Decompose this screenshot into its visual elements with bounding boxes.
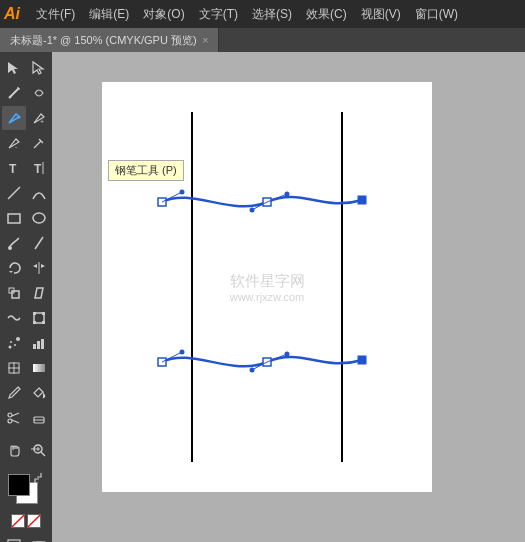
- direct-select-tool-button[interactable]: [27, 56, 51, 80]
- gradient-tool-button[interactable]: [27, 356, 51, 380]
- line-tool-button[interactable]: [2, 181, 26, 205]
- reflect-tool-button[interactable]: [27, 256, 51, 280]
- svg-rect-25: [42, 312, 45, 315]
- svg-marker-19: [41, 264, 45, 268]
- tool-group-shape: [2, 206, 51, 230]
- tool-group-mesh: [2, 356, 51, 380]
- pen-tool-tooltip: 钢笔工具 (P): [108, 160, 184, 181]
- menu-edit[interactable]: 编辑(E): [83, 4, 135, 25]
- svg-line-44: [41, 452, 45, 456]
- color-area: [2, 474, 51, 542]
- svg-marker-22: [35, 288, 43, 298]
- symbol-spray-button[interactable]: [2, 331, 26, 355]
- scale-tool-button[interactable]: [2, 281, 26, 305]
- svg-marker-0: [8, 62, 18, 74]
- mesh-tool-button[interactable]: [2, 356, 26, 380]
- swap-colors-icon[interactable]: [32, 472, 44, 484]
- tool-group-puppet: [2, 306, 51, 330]
- svg-rect-20: [12, 291, 19, 298]
- svg-point-28: [16, 337, 20, 341]
- svg-rect-33: [37, 341, 40, 349]
- menu-effect[interactable]: 效果(C): [300, 4, 353, 25]
- svg-text:T: T: [9, 162, 17, 176]
- hand-tool-button[interactable]: [2, 438, 26, 462]
- svg-point-14: [8, 246, 12, 250]
- menu-window[interactable]: 窗口(W): [409, 4, 464, 25]
- svg-text:T: T: [34, 162, 42, 176]
- lasso-button[interactable]: [27, 81, 51, 105]
- tab-bar: 未标题-1* @ 150% (CMYK/GPU 预览) ×: [0, 28, 525, 52]
- pen-add-button[interactable]: +: [27, 106, 51, 130]
- eraser-button[interactable]: [27, 406, 51, 430]
- tool-group-brush: [2, 231, 51, 255]
- zoom-tool-button[interactable]: [27, 438, 51, 462]
- swatch-stack[interactable]: [8, 474, 44, 510]
- svg-rect-27: [42, 321, 45, 324]
- warp-tool-button[interactable]: [2, 306, 26, 330]
- tool-group-navigate: [2, 438, 51, 462]
- svg-point-38: [8, 419, 12, 423]
- tool-group-transform: [2, 256, 51, 280]
- svg-rect-66: [358, 356, 366, 364]
- svg-point-30: [14, 344, 16, 346]
- tab-close-button[interactable]: ×: [203, 35, 209, 46]
- svg-point-29: [10, 341, 12, 343]
- svg-point-61: [180, 190, 185, 195]
- ellipse-tool-button[interactable]: [27, 206, 51, 230]
- paintbrush-tool-button[interactable]: [2, 231, 26, 255]
- document-tab[interactable]: 未标题-1* @ 150% (CMYK/GPU 预览) ×: [0, 28, 219, 52]
- tool-group-select: [2, 56, 51, 80]
- canvas-paper[interactable]: 软件星字网 www.rjxzw.com: [102, 82, 432, 492]
- pen-tool-button[interactable]: [2, 106, 26, 130]
- canvas-svg: [102, 82, 432, 492]
- tool-group-symbol: [2, 331, 51, 355]
- svg-rect-34: [41, 339, 44, 349]
- anchor-convert-button[interactable]: [27, 131, 51, 155]
- eyedropper-button[interactable]: [2, 381, 26, 405]
- svg-marker-16: [9, 271, 13, 273]
- type-tool-button[interactable]: T: [2, 156, 26, 180]
- menu-bar: Ai 文件(F) 编辑(E) 对象(O) 文字(T) 选择(S) 效果(C) 视…: [0, 0, 525, 28]
- pencil-tool-button[interactable]: [27, 231, 51, 255]
- select-tool-button[interactable]: [2, 56, 26, 80]
- free-transform-button[interactable]: [27, 306, 51, 330]
- svg-rect-24: [33, 312, 36, 315]
- column-graph-button[interactable]: [27, 331, 51, 355]
- type-vertical-button[interactable]: T: [27, 156, 51, 180]
- svg-line-39: [12, 413, 19, 416]
- stroke-none-swatch[interactable]: [27, 514, 41, 528]
- svg-point-31: [8, 346, 11, 349]
- tool-group-pen: +: [2, 106, 51, 130]
- artboard-button[interactable]: [2, 534, 26, 542]
- rotate-tool-button[interactable]: [2, 256, 26, 280]
- magic-wand-button[interactable]: ✦: [2, 81, 26, 105]
- svg-line-48: [28, 515, 40, 527]
- shear-tool-button[interactable]: [27, 281, 51, 305]
- artboard2-button[interactable]: [27, 534, 51, 542]
- arc-tool-button[interactable]: [27, 181, 51, 205]
- small-swatches: [11, 514, 41, 528]
- svg-point-5: [17, 116, 20, 119]
- fill-none-swatch[interactable]: [11, 514, 25, 528]
- menu-view[interactable]: 视图(V): [355, 4, 407, 25]
- pen-delete-button[interactable]: -: [2, 131, 26, 155]
- tab-label: 未标题-1* @ 150% (CMYK/GPU 预览): [10, 33, 197, 48]
- tool-group-line: [2, 181, 51, 205]
- svg-rect-12: [8, 214, 20, 223]
- svg-point-62: [250, 208, 255, 213]
- svg-rect-32: [33, 344, 36, 349]
- svg-line-40: [12, 420, 19, 423]
- menu-text[interactable]: 文字(T): [193, 4, 244, 25]
- main-area: ✦ + - T T: [0, 52, 525, 542]
- menu-file[interactable]: 文件(F): [30, 4, 81, 25]
- svg-line-47: [12, 515, 24, 527]
- canvas-area: 钢笔工具 (P) 软件星字网 www.rjxzw.com: [52, 52, 525, 542]
- paint-bucket-button[interactable]: [27, 381, 51, 405]
- menu-object[interactable]: 对象(O): [137, 4, 190, 25]
- menu-select[interactable]: 选择(S): [246, 4, 298, 25]
- foreground-color-swatch[interactable]: [8, 474, 30, 496]
- scissors-button[interactable]: [2, 406, 26, 430]
- svg-marker-1: [33, 62, 43, 74]
- rectangle-tool-button[interactable]: [2, 206, 26, 230]
- svg-point-63: [285, 192, 290, 197]
